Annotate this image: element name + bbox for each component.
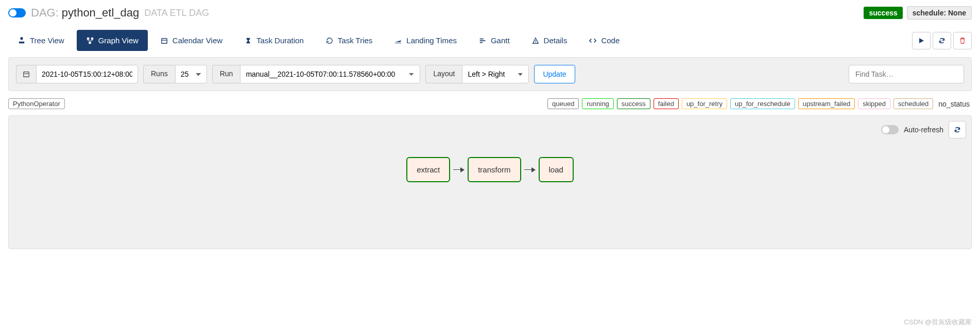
svg-rect-2	[87, 37, 89, 39]
svg-rect-6	[24, 72, 29, 77]
trigger-dag-button[interactable]	[912, 32, 931, 49]
schedule-badge: schedule: None	[907, 6, 972, 20]
state-legend-no-status[interactable]: no_status	[936, 99, 972, 109]
dag-enabled-toggle[interactable]	[8, 8, 26, 18]
layout-label: Layout	[425, 65, 462, 83]
task-node-transform[interactable]: transform	[468, 157, 521, 182]
tab-calendar-view[interactable]: Calendar View	[151, 30, 232, 51]
auto-refresh-label: Auto-refresh	[904, 126, 943, 134]
tab-task-tries[interactable]: Task Tries	[316, 30, 382, 51]
state-legend-up-for-reschedule[interactable]: up_for_reschedule	[730, 98, 795, 109]
state-legend-queued[interactable]: queued	[547, 98, 579, 109]
tab-details[interactable]: Details	[522, 30, 577, 51]
delete-dag-button[interactable]	[953, 32, 972, 49]
filter-toolbar: Runs 25 Run manual__2021-10-05T07:00:11.…	[8, 57, 972, 91]
calendar-addon-icon	[16, 65, 36, 83]
runs-label: Runs	[143, 65, 175, 83]
tab-label: Tree View	[30, 36, 64, 45]
state-legend-up-for-retry[interactable]: up_for_retry	[682, 98, 727, 109]
retry-icon	[325, 37, 334, 45]
layout-select[interactable]: Left > Right	[462, 65, 529, 83]
tab-graph-view[interactable]: Graph View	[77, 30, 148, 51]
calendar-icon	[160, 37, 168, 45]
tree-icon	[18, 37, 26, 45]
dag-label: DAG:	[31, 6, 59, 20]
state-legend-upstream-failed[interactable]: upstream_failed	[798, 98, 855, 109]
play-icon	[918, 38, 924, 44]
run-id-select[interactable]: manual__2021-10-05T07:00:11.578560+00:00	[240, 65, 420, 83]
dag-description: DATA ETL DAG	[144, 8, 209, 19]
num-runs-select[interactable]: 25	[175, 65, 207, 83]
refresh-button[interactable]	[933, 32, 951, 49]
graph-refresh-button[interactable]	[949, 121, 966, 138]
svg-rect-5	[162, 38, 167, 43]
state-legend-scheduled[interactable]: scheduled	[893, 98, 933, 109]
tab-label: Gantt	[491, 36, 510, 45]
tab-label: Task Duration	[256, 36, 304, 45]
svg-point-0	[20, 37, 23, 40]
tab-gantt[interactable]: Gantt	[469, 30, 519, 51]
refresh-icon	[938, 37, 945, 44]
tab-tree-view[interactable]: Tree View	[8, 30, 74, 51]
state-legend-success[interactable]: success	[617, 98, 650, 109]
find-task-input[interactable]	[849, 65, 964, 83]
graph-canvas[interactable]: Auto-refresh extract transform load	[8, 115, 972, 249]
base-date-input[interactable]	[36, 65, 138, 83]
status-badge: success	[864, 7, 902, 19]
auto-refresh-toggle[interactable]	[881, 125, 899, 134]
tab-label: Landing Times	[406, 36, 457, 45]
operator-legend-python[interactable]: PythonOperator	[8, 98, 65, 109]
dag-name: python_etl_dag	[62, 6, 139, 20]
update-button[interactable]: Update	[534, 65, 575, 83]
svg-rect-1	[19, 41, 25, 43]
landing-icon	[394, 37, 402, 45]
tab-label: Graph View	[98, 36, 139, 45]
state-legend-skipped[interactable]: skipped	[858, 98, 890, 109]
tab-label: Details	[544, 36, 568, 45]
graph-icon	[86, 37, 94, 45]
run-label: Run	[212, 65, 240, 83]
tab-task-duration[interactable]: Task Duration	[235, 30, 313, 51]
svg-rect-3	[91, 37, 93, 39]
code-icon	[589, 37, 597, 45]
refresh-icon	[954, 126, 961, 133]
details-icon	[531, 37, 540, 45]
tab-label: Task Tries	[338, 36, 373, 45]
state-legend-running[interactable]: running	[582, 98, 613, 109]
state-legend-failed[interactable]: failed	[654, 98, 679, 109]
tab-landing-times[interactable]: Landing Times	[385, 30, 466, 51]
gantt-icon	[478, 37, 487, 45]
tab-label: Calendar View	[173, 36, 222, 45]
tab-label: Code	[601, 36, 620, 45]
tab-code[interactable]: Code	[579, 30, 629, 51]
edge-arrow	[524, 167, 536, 172]
trash-icon	[959, 37, 966, 44]
task-node-extract[interactable]: extract	[406, 157, 450, 182]
svg-rect-4	[89, 41, 91, 43]
edge-arrow	[453, 167, 465, 172]
task-node-load[interactable]: load	[539, 157, 574, 182]
hourglass-icon	[244, 37, 252, 45]
